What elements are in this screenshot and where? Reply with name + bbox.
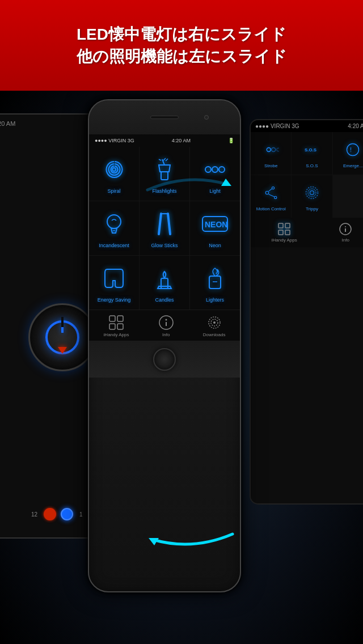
sos-label: S.O.S bbox=[306, 163, 318, 168]
trippy-icon bbox=[301, 181, 323, 204]
right-screen: ●●●● VIRGIN 3G 4:20 AM Strobe S.O.S S.O.… bbox=[250, 119, 363, 505]
header: LED懐中電灯は右にスライド 他の照明機能は左にスライド bbox=[0, 0, 363, 91]
emergency-label: Emerge... bbox=[343, 163, 363, 168]
arrow-top bbox=[142, 170, 233, 201]
svg-point-0 bbox=[267, 148, 271, 152]
svg-line-9 bbox=[268, 194, 274, 197]
nav-ihandy-apps[interactable]: iHandy Apps bbox=[104, 315, 129, 337]
svg-rect-15 bbox=[285, 223, 290, 228]
right-nav-apps[interactable]: iHandy Apps bbox=[272, 222, 297, 243]
svg-line-7 bbox=[268, 189, 272, 191]
neon-icon: NEON bbox=[200, 208, 231, 239]
title-line1: LED懐中電灯は右にスライド bbox=[77, 23, 286, 45]
app-spiral[interactable]: Spiral bbox=[89, 147, 139, 201]
svg-point-1 bbox=[271, 148, 275, 152]
neon-label: Neon bbox=[209, 243, 221, 248]
right-nav-apps-label: iHandy Apps bbox=[272, 238, 297, 243]
motion-icon bbox=[260, 181, 282, 204]
energy-saving-label: Energy Saving bbox=[98, 297, 131, 303]
active-dot[interactable] bbox=[61, 508, 73, 520]
bottom-nav: iHandy Apps Info Downloads bbox=[89, 310, 240, 341]
incandescent-label: Incandescent bbox=[99, 243, 129, 248]
svg-rect-32 bbox=[209, 276, 221, 289]
right-nav: iHandy Apps Info bbox=[251, 218, 363, 247]
battery: 🔋 bbox=[228, 138, 234, 143]
lighters-icon bbox=[200, 262, 231, 294]
sos-icon: S.O.S bbox=[301, 138, 323, 161]
right-cell-motion[interactable]: Motion Control bbox=[251, 175, 291, 218]
nav-info-label: Info bbox=[162, 332, 170, 337]
svg-rect-17 bbox=[285, 230, 290, 235]
right-nav-info[interactable]: Info bbox=[339, 222, 352, 243]
app-candles[interactable]: Candles bbox=[140, 256, 189, 310]
svg-point-6 bbox=[265, 191, 269, 194]
spiral-icon bbox=[99, 154, 130, 185]
spiral-label: Spiral bbox=[107, 188, 120, 194]
svg-rect-36 bbox=[109, 324, 115, 329]
right-cell-emergency[interactable]: ! Emerge... bbox=[333, 132, 363, 175]
svg-point-40 bbox=[165, 319, 167, 321]
nav-info[interactable]: Info bbox=[158, 315, 174, 337]
left-screen-status: 4:20 AM bbox=[0, 120, 15, 127]
svg-point-4 bbox=[347, 144, 359, 156]
red-indicator bbox=[58, 347, 67, 354]
glow-sticks-label: Glow Sticks bbox=[151, 243, 178, 248]
svg-text:!: ! bbox=[350, 146, 352, 153]
app-incandescent[interactable]: Incandescent bbox=[89, 201, 139, 255]
app-energy-saving[interactable]: Energy Saving bbox=[89, 256, 139, 310]
nav-ihandy-apps-label: iHandy Apps bbox=[104, 332, 129, 337]
glow-sticks-icon bbox=[149, 208, 180, 239]
sos-dot[interactable] bbox=[44, 508, 56, 520]
svg-point-20 bbox=[345, 226, 346, 227]
right-nav-info-label: Info bbox=[342, 238, 349, 243]
clock: 4:20 AM bbox=[172, 138, 191, 143]
phone-top bbox=[89, 100, 240, 134]
arrow-bottom bbox=[147, 526, 238, 556]
svg-point-12 bbox=[308, 189, 316, 197]
nav-downloads[interactable]: Downloads bbox=[203, 315, 226, 337]
candles-icon bbox=[149, 262, 180, 294]
phone-speaker bbox=[150, 116, 179, 119]
svg-rect-16 bbox=[278, 230, 283, 235]
phone-status-bar: ●●●● VIRGIN 3G 4:20 AM 🔋 bbox=[89, 134, 240, 147]
emergency-icon: ! bbox=[341, 138, 363, 161]
right-time: 4:20 AM bbox=[348, 123, 363, 129]
right-cell-trippy[interactable]: Trippy bbox=[292, 175, 332, 218]
right-app-grid: Strobe S.O.S S.O.S ! Emerge... bbox=[251, 132, 363, 218]
lighters-label: Lighters bbox=[206, 297, 224, 303]
energy-saving-icon bbox=[99, 262, 130, 294]
app-glow-sticks[interactable]: Glow Sticks bbox=[140, 201, 189, 255]
motion-label: Motion Control bbox=[256, 206, 286, 211]
svg-point-13 bbox=[310, 191, 314, 195]
incandescent-icon bbox=[99, 208, 130, 239]
right-cell-sos[interactable]: S.O.S S.O.S bbox=[292, 132, 332, 175]
right-signal: ●●●● VIRGIN 3G bbox=[255, 123, 299, 129]
right-status-bar: ●●●● VIRGIN 3G 4:20 AM bbox=[251, 120, 363, 132]
trippy-label: Trippy bbox=[306, 206, 318, 211]
nav-downloads-label: Downloads bbox=[203, 332, 226, 337]
title-line2: 他の照明機能は左にスライド bbox=[77, 45, 287, 67]
svg-text:NEON: NEON bbox=[205, 220, 227, 229]
signal-indicator: ●●●● VIRGIN 3G bbox=[95, 138, 134, 143]
svg-text:S.O.S: S.O.S bbox=[305, 147, 316, 152]
svg-point-10 bbox=[274, 196, 276, 198]
candles-label: Candles bbox=[155, 297, 174, 303]
svg-point-8 bbox=[272, 187, 274, 189]
strobe-label: Strobe bbox=[264, 163, 278, 168]
svg-point-27 bbox=[107, 215, 121, 228]
svg-rect-34 bbox=[109, 316, 115, 321]
svg-rect-37 bbox=[117, 324, 123, 329]
home-button[interactable] bbox=[153, 348, 176, 371]
app-lighters[interactable]: Lighters bbox=[190, 256, 240, 310]
svg-rect-31 bbox=[161, 278, 168, 289]
power-button[interactable] bbox=[28, 303, 96, 371]
svg-point-2 bbox=[276, 148, 278, 151]
svg-rect-35 bbox=[117, 316, 123, 321]
app-neon[interactable]: NEON Neon bbox=[190, 201, 240, 255]
strobe-icon bbox=[260, 138, 282, 161]
right-cell-strobe[interactable]: Strobe bbox=[251, 132, 291, 175]
phone-camera bbox=[204, 115, 209, 120]
phone-home-area bbox=[89, 341, 240, 378]
svg-rect-14 bbox=[278, 223, 283, 228]
svg-point-43 bbox=[213, 321, 216, 324]
